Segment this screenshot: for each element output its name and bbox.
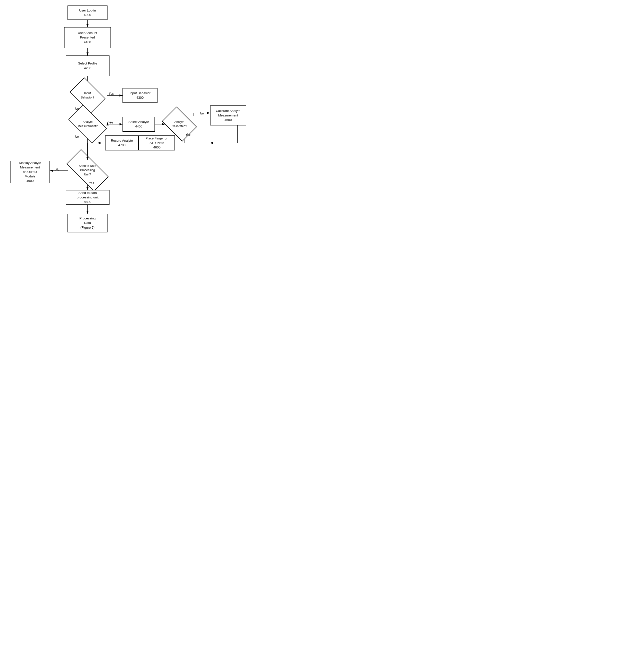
place-finger-box: Place Finger on ATR Plate 4600 xyxy=(139,136,175,150)
analyte-calibrated-diamond: AnalyteCalibrated? xyxy=(165,114,194,135)
display-analyte-box: Display Analyte Measurement on Output Mo… xyxy=(10,161,50,183)
user-account-label: User Account Presented 4100 xyxy=(78,31,97,45)
input-behavior-label: Input Behavior 4300 xyxy=(129,91,150,100)
user-login-label: User Log-in 4000 xyxy=(79,8,96,17)
input-behavior-yes-label: Yes xyxy=(109,92,114,95)
select-profile-box: Select Profile 4200 xyxy=(66,55,110,76)
analyte-calibrated-q-label: AnalyteCalibrated? xyxy=(172,120,187,128)
input-behavior-diamond: InputBehavior? xyxy=(72,85,102,106)
calibrate-analyte-box: Calibrate Analyte Measurement 4500 xyxy=(210,105,246,125)
analyte-measurement-yes-label: Yes xyxy=(108,121,113,124)
send-to-data-no-label: No xyxy=(55,168,59,171)
send-to-data-yes-label: Yes xyxy=(89,182,94,185)
send-to-data-box: Send to data processing unit 4800 xyxy=(66,190,110,205)
analyte-measurement-diamond: AnalyteMeasurement? xyxy=(71,114,104,135)
place-finger-label: Place Finger on ATR Plate 4600 xyxy=(145,136,168,150)
input-behavior-q-label: InputBehavior? xyxy=(81,91,94,100)
send-to-data-label: Send to data processing unit 4800 xyxy=(77,191,98,204)
display-analyte-label: Display Analyte Measurement on Output Mo… xyxy=(19,161,41,184)
record-analyte-label: Record Analyte 4700 xyxy=(111,139,133,147)
processing-data-box: Processing Data (Figure 5) xyxy=(68,214,108,233)
analyte-calibrated-no-label: No xyxy=(200,112,204,115)
send-to-data-q-label: Send to DataProcessingUnit? xyxy=(79,164,96,176)
calibrate-analyte-label: Calibrate Analyte Measurement 4500 xyxy=(216,109,240,122)
flowchart: User Log-in 4000 User Account Presented … xyxy=(0,0,250,252)
select-analyte-label: Select Analyte 4400 xyxy=(128,120,149,129)
send-to-data-diamond: Send to DataProcessingUnit? xyxy=(68,160,107,181)
analyte-measurement-q-label: AnalyteMeasurement? xyxy=(77,120,97,128)
select-profile-label: Select Profile 4200 xyxy=(78,61,97,70)
record-analyte-box: Record Analyte 4700 xyxy=(105,136,139,150)
user-login-box: User Log-in 4000 xyxy=(68,5,108,20)
processing-data-label: Processing Data (Figure 5) xyxy=(79,216,95,230)
select-analyte-box: Select Analyte 4400 xyxy=(122,117,155,132)
user-account-box: User Account Presented 4100 xyxy=(64,27,111,48)
analyte-calibrated-yes-label: Yes xyxy=(186,133,191,137)
analyte-measurement-no-label: No xyxy=(75,135,79,139)
input-behavior-box: Input Behavior 4300 xyxy=(122,88,158,103)
